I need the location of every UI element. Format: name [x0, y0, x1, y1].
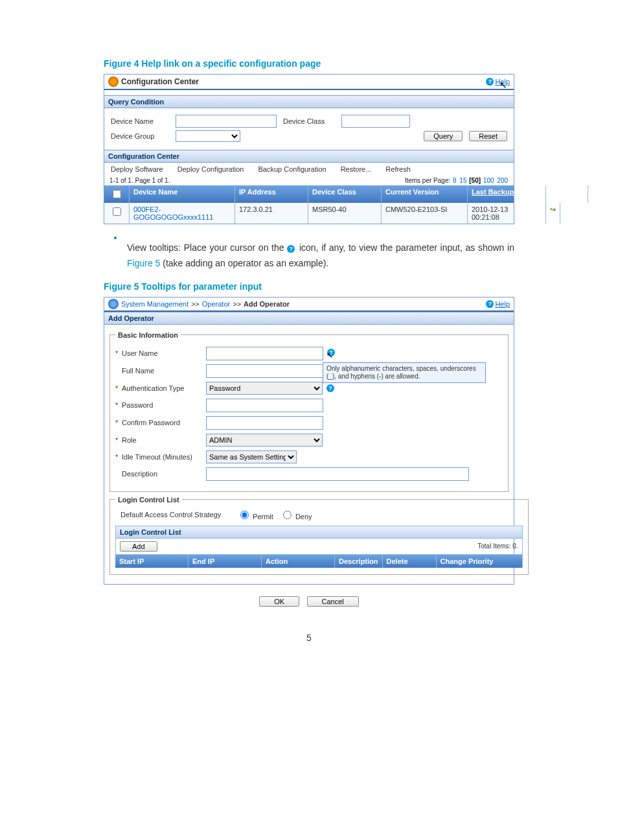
figure5-screenshot: System Management >> Operator >> Add Ope…	[104, 297, 514, 585]
col-version[interactable]: Current Version	[382, 185, 468, 203]
description-label: Description	[122, 470, 206, 478]
idle-timeout-label: Idle Timeout (Minutes)	[122, 453, 206, 461]
sort-desc-icon: ▼	[534, 190, 539, 196]
help-link[interactable]: ? Help	[486, 300, 510, 308]
device-name-input[interactable]	[176, 115, 277, 128]
page-number: 5	[104, 633, 514, 643]
col-description: Description	[335, 555, 383, 568]
role-select[interactable]: ADMIN	[206, 434, 323, 447]
cc-title: Configuration Center	[121, 77, 199, 86]
add-operator-bar: Add Operator	[104, 312, 514, 325]
deploy-config-link[interactable]: Deploy Configuration	[177, 165, 244, 173]
restore-link[interactable]: Restore...	[341, 165, 372, 173]
basic-info-fieldset: Basic Information *User Name ? ↖ Full Na…	[109, 331, 509, 492]
deny-radio[interactable]: Deny	[280, 509, 312, 520]
device-group-label: Device Group	[111, 132, 176, 140]
row-time: 2010-12-1300:21:08	[468, 203, 546, 224]
tooltip-box: Only alphanumeric characters, spaces, un…	[323, 362, 486, 383]
deploy-software-link[interactable]: Deploy Software	[111, 165, 163, 173]
device-class-label: Device Class	[283, 117, 341, 125]
full-name-input[interactable]	[206, 364, 323, 378]
col-operation: Operation	[546, 185, 588, 203]
query-condition-bar: Query Condition	[104, 95, 514, 108]
auth-type-select[interactable]: Password	[206, 382, 323, 395]
col-ip[interactable]: IP Address	[235, 185, 308, 203]
row-version: CMW520-E2103-SI	[382, 203, 468, 224]
operation-icon[interactable]: ↪	[550, 205, 556, 213]
lcl-legend: Login Control List	[115, 496, 182, 504]
device-class-input[interactable]	[341, 115, 410, 128]
row-checkbox[interactable]	[113, 207, 121, 216]
device-group-select[interactable]	[176, 130, 240, 142]
select-all-checkbox[interactable]	[113, 190, 121, 198]
dacs-label: Default Access Control Strategy	[120, 511, 237, 519]
confirm-password-input[interactable]	[206, 416, 323, 430]
help-icon[interactable]: ?	[326, 384, 334, 392]
cursor-icon: ↖	[499, 80, 507, 90]
help-icon-inline: ?	[287, 245, 295, 253]
permit-radio[interactable]: Permit	[237, 509, 273, 520]
full-name-label: Full Name	[122, 367, 206, 375]
row-ip: 172.3.0.21	[235, 203, 308, 224]
gear-icon	[108, 76, 119, 87]
query-button[interactable]: Query	[424, 131, 463, 141]
crumb-sep: >>	[233, 300, 241, 308]
help-label: Help	[495, 300, 510, 308]
table-row: 000FE2-GOGOGOGOGxxxx1111 172.3.0.21 MSR5…	[104, 203, 514, 224]
crumb-sep: >>	[191, 300, 200, 308]
config-center-bar: Configuration Center	[104, 150, 514, 163]
help-icon: ?	[486, 78, 494, 86]
role-label: Role	[122, 436, 206, 444]
crumb-current: Add Operator	[244, 300, 290, 308]
password-input[interactable]	[206, 399, 323, 412]
crumb-operator[interactable]: Operator	[202, 300, 230, 308]
col-backup-time[interactable]: Last Backup Time▼	[468, 185, 546, 203]
refresh-link[interactable]: Refresh	[385, 165, 411, 173]
user-name-label: User Name	[122, 349, 206, 357]
col-device-name[interactable]: Device Name	[130, 185, 235, 203]
ok-button[interactable]: OK	[259, 596, 299, 607]
page-opt-8[interactable]: 8	[453, 177, 457, 184]
help-icon: ?	[486, 300, 494, 308]
gear-icon	[108, 299, 119, 309]
page-opt-100[interactable]: 100	[483, 177, 494, 184]
bullet-icon: •	[104, 231, 127, 275]
col-start-ip: Start IP	[115, 555, 189, 568]
col-action: Action	[262, 555, 335, 568]
col-change-priority: Change Priority	[437, 555, 523, 568]
figure4-title: Figure 4 Help link on a specific configu…	[104, 58, 514, 69]
cancel-button[interactable]: Cancel	[307, 596, 359, 607]
figure5-title: Figure 5 Tooltips for parameter input	[104, 281, 514, 292]
user-name-input[interactable]	[206, 347, 323, 360]
figure5-link[interactable]: Figure 5	[127, 258, 160, 268]
figure4-screenshot: Configuration Center ? Help ↖ Query Cond…	[104, 74, 514, 224]
col-class[interactable]: Device Class	[308, 185, 382, 203]
auth-type-label: Authentication Type	[122, 384, 206, 392]
tooltip-paragraph: View tooltips: Place your cursor on the …	[127, 240, 514, 272]
login-control-fieldset: Login Control List Default Access Contro…	[109, 496, 529, 575]
paging-label: Items per Page:	[405, 177, 451, 184]
device-name-label: Device Name	[111, 117, 176, 125]
page-opt-50: [50]	[469, 177, 481, 184]
device-link[interactable]: 000FE2-GOGOGOGOGxxxx1111	[133, 205, 213, 221]
page-opt-15[interactable]: 15	[459, 177, 466, 184]
paging-left: 1-1 of 1. Page 1 of 1.	[109, 177, 170, 184]
cursor-icon: ↖	[326, 351, 333, 360]
col-delete: Delete	[383, 555, 437, 568]
add-button[interactable]: Add	[120, 541, 157, 552]
description-input[interactable]	[206, 467, 469, 481]
backup-config-link[interactable]: Backup Configuration	[258, 165, 326, 173]
lcl-title-bar: Login Control List	[115, 526, 523, 539]
page-opt-200[interactable]: 200	[497, 177, 508, 184]
reset-button[interactable]: Reset	[469, 131, 507, 141]
idle-timeout-select[interactable]: Same as System Setting	[206, 450, 297, 463]
password-label: Password	[122, 401, 206, 409]
col-end-ip: End IP	[189, 555, 262, 568]
total-items: Total Items: 0.	[477, 542, 518, 550]
confirm-password-label: Confirm Password	[122, 419, 206, 426]
crumb-system[interactable]: System Management	[121, 300, 189, 308]
row-class: MSR50-40	[308, 203, 382, 224]
basic-info-legend: Basic Information	[115, 331, 181, 339]
